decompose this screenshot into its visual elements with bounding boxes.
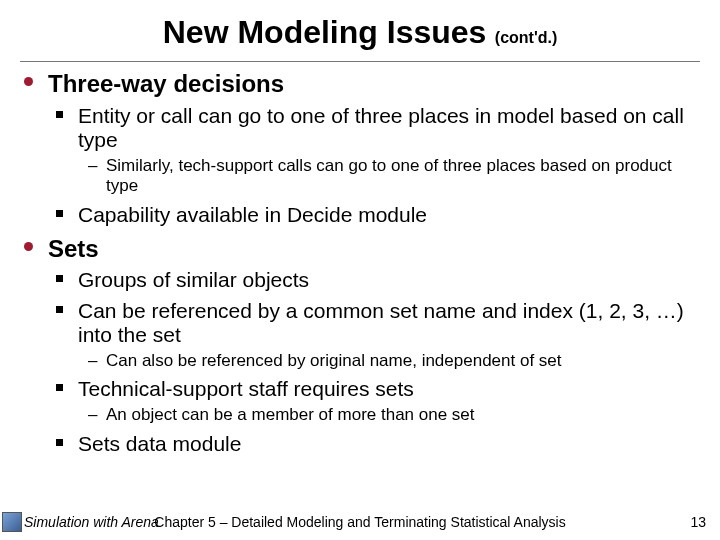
slide-title-suffix: (cont'd.) <box>495 29 557 46</box>
bullet-l3-text: Similarly, tech-support calls can go to … <box>106 156 702 197</box>
bullet-l3-text: Can also be referenced by original name,… <box>106 351 702 371</box>
bullet-l3: – An object can be a member of more than… <box>88 405 702 425</box>
title-divider <box>20 61 700 62</box>
bullet-l1: Three-way decisions <box>18 70 702 98</box>
bullet-l2: Capability available in Decide module <box>56 203 702 227</box>
bullet-l2-text: Capability available in Decide module <box>78 203 702 227</box>
bullet-l2: Sets data module <box>56 432 702 456</box>
bullet-l3: – Can also be referenced by original nam… <box>88 351 702 371</box>
slide: New Modeling Issues (cont'd.) Three-way … <box>0 0 720 540</box>
square-icon <box>56 275 63 282</box>
slide-title: New Modeling Issues <box>163 14 487 50</box>
bullet-l2: Entity or call can go to one of three pl… <box>56 104 702 152</box>
page-number: 13 <box>690 514 706 530</box>
square-icon <box>56 384 63 391</box>
dash-icon: – <box>88 405 97 425</box>
bullet-l2-text: Entity or call can go to one of three pl… <box>78 104 702 152</box>
disc-icon <box>24 77 33 86</box>
bullet-l1: Sets <box>18 235 702 263</box>
title-wrap: New Modeling Issues (cont'd.) <box>0 0 720 51</box>
content: Three-way decisions Entity or call can g… <box>0 70 720 456</box>
bullet-l2: Can be referenced by a common set name a… <box>56 299 702 347</box>
bullet-l2-text: Technical-support staff requires sets <box>78 377 702 401</box>
footer-center: Chapter 5 – Detailed Modeling and Termin… <box>0 514 720 530</box>
dash-icon: – <box>88 351 97 371</box>
bullet-l2: Technical-support staff requires sets <box>56 377 702 401</box>
square-icon <box>56 111 63 118</box>
square-icon <box>56 439 63 446</box>
bullet-l2-text: Can be referenced by a common set name a… <box>78 299 702 347</box>
bullet-l3-text: An object can be a member of more than o… <box>106 405 702 425</box>
bullet-l2: Groups of similar objects <box>56 268 702 292</box>
disc-icon <box>24 242 33 251</box>
bullet-l3: – Similarly, tech-support calls can go t… <box>88 156 702 197</box>
footer: Simulation with Arena Chapter 5 – Detail… <box>0 510 720 532</box>
square-icon <box>56 210 63 217</box>
bullet-l1-text: Sets <box>48 235 702 263</box>
dash-icon: – <box>88 156 97 176</box>
square-icon <box>56 306 63 313</box>
bullet-l2-text: Groups of similar objects <box>78 268 702 292</box>
bullet-l1-text: Three-way decisions <box>48 70 702 98</box>
bullet-l2-text: Sets data module <box>78 432 702 456</box>
